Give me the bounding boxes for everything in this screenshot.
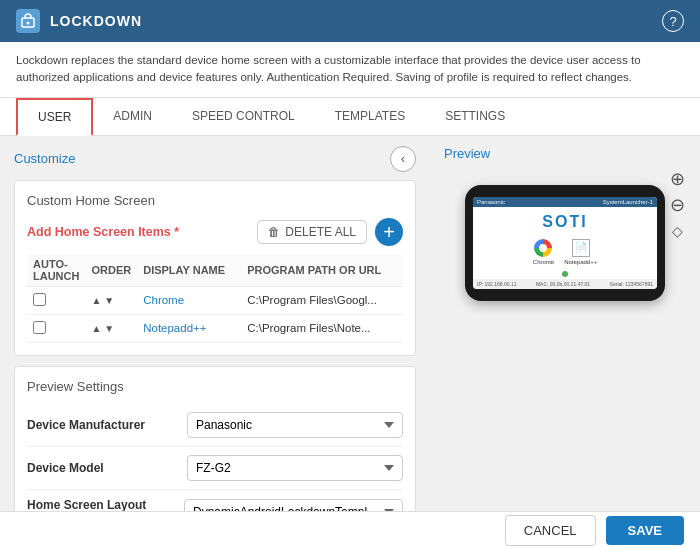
model-label: Device Model [27, 461, 187, 475]
tablet-mac: MAC: 00.0b.00.21.47.01 [536, 281, 590, 287]
settings-row-model: Device Model FZ-G2 [27, 447, 403, 490]
table-controls: Add Home Screen Items * 🗑 DELETE ALL + [27, 218, 403, 246]
footer: CANCEL SAVE [0, 511, 700, 548]
tab-templates[interactable]: TEMPLATES [315, 98, 425, 136]
custom-home-screen-card: Custom Home Screen Add Home Screen Items… [14, 180, 416, 356]
help-icon[interactable]: ? [662, 10, 684, 32]
add-items-label: Add Home Screen Items * [27, 225, 179, 239]
preview-settings-card: Preview Settings Device Manufacturer Pan… [14, 366, 416, 511]
delete-all-button[interactable]: 🗑 DELETE ALL [257, 220, 367, 244]
row-1-program-path: C:\Program Files\Googl... [241, 286, 403, 314]
soti-logo: SOTI [477, 213, 653, 231]
description-text: Lockdown replaces the standard device ho… [0, 42, 700, 98]
row-2-checkbox[interactable] [33, 321, 46, 334]
zoom-in-button[interactable]: ⊕ [666, 168, 688, 190]
tab-user[interactable]: USER [16, 98, 93, 136]
svg-point-1 [27, 22, 30, 25]
chrome-app-label: Chrome [533, 259, 554, 265]
card-title: Custom Home Screen [27, 193, 403, 208]
tablet-app-notepad: 📄 Notepadd++ [564, 239, 597, 265]
col-program-path: PROGRAM PATH OR URL [241, 254, 403, 287]
model-select[interactable]: FZ-G2 [187, 455, 403, 481]
template-label: Home Screen Layout Template [27, 498, 184, 511]
zoom-controls: ⊕ ⊖ ◇ [666, 168, 688, 242]
tablet-app-chrome: Chrome [533, 239, 554, 265]
tablet-inner: Panasonic SystemLauncher-1 SOTI Chrome [473, 197, 657, 289]
settings-row-template: Home Screen Layout Template DynamicAndro… [27, 490, 403, 511]
home-screen-table: AUTO-LAUNCH ORDER DISPLAY NAME PROGRAM P… [27, 254, 403, 343]
customize-link[interactable]: Customize [14, 151, 75, 166]
row-1-display-name: Chrome [137, 286, 241, 314]
main-content: Customize ‹ Custom Home Screen Add Home … [0, 136, 700, 511]
tab-bar: USER ADMIN SPEED CONTROL TEMPLATES SETTI… [0, 98, 700, 136]
settings-row-manufacturer: Device Manufacturer Panasonic [27, 404, 403, 447]
tablet-serial: Serial: 1234567891 [610, 281, 653, 287]
table-row: ▲ ▼ Chrome C:\Program Files\Googl... [27, 286, 403, 314]
app-title: LOCKDOWN [50, 13, 142, 29]
col-display-name: DISPLAY NAME [137, 254, 241, 287]
row-1-order-arrows[interactable]: ▲ ▼ [91, 295, 131, 306]
tab-admin[interactable]: ADMIN [93, 98, 172, 136]
header-left: LOCKDOWN [16, 9, 142, 33]
left-panel: Customize ‹ Custom Home Screen Add Home … [0, 136, 430, 511]
tablet-brand: Panasonic [477, 199, 505, 205]
tablet-apps: Chrome 📄 Notepadd++ [473, 235, 657, 269]
panel-header: Customize ‹ [14, 146, 416, 172]
tablet-soti-section: SOTI [473, 207, 657, 235]
col-auto-launch: AUTO-LAUNCH [27, 254, 85, 287]
tab-speed-control[interactable]: SPEED CONTROL [172, 98, 315, 136]
add-item-button[interactable]: + [375, 218, 403, 246]
notepad-app-label: Notepadd++ [564, 259, 597, 265]
tablet-footer: IP: 192.168.00.11 MAC: 00.0b.00.21.47.01… [473, 279, 657, 289]
row-2-display-name: Notepadd++ [137, 314, 241, 342]
preview-label: Preview [444, 146, 490, 161]
chrome-icon [534, 239, 552, 257]
row-2-program-path: C:\Program Files\Note... [241, 314, 403, 342]
chrome-inner-circle [539, 244, 547, 252]
row-1-checkbox[interactable] [33, 293, 46, 306]
right-panel: Preview ⊕ ⊖ ◇ Panasonic SystemLauncher-1… [430, 136, 700, 511]
preview-settings-title: Preview Settings [27, 379, 403, 394]
cancel-button[interactable]: CANCEL [505, 515, 596, 546]
tablet-topbar-right: SystemLauncher-1 [603, 199, 653, 205]
tablet-ip: IP: 192.168.00.11 [477, 281, 516, 287]
table-action-buttons: 🗑 DELETE ALL + [257, 218, 403, 246]
tablet-topbar: Panasonic SystemLauncher-1 [473, 197, 657, 207]
manufacturer-select[interactable]: Panasonic [187, 412, 403, 438]
app-header: LOCKDOWN ? [0, 0, 700, 42]
table-row: ▲ ▼ Notepadd++ C:\Program Files\Note... [27, 314, 403, 342]
template-select[interactable]: DynamicAndroidLockdownTempl... [184, 499, 403, 511]
pointer-icon[interactable]: ◇ [666, 220, 688, 242]
col-order: ORDER [85, 254, 137, 287]
trash-icon: 🗑 [268, 225, 280, 239]
app-logo-icon [16, 9, 40, 33]
zoom-out-button[interactable]: ⊖ [666, 194, 688, 216]
tablet-dot [562, 271, 568, 277]
manufacturer-label: Device Manufacturer [27, 418, 187, 432]
save-button[interactable]: SAVE [606, 516, 684, 545]
tab-settings[interactable]: SETTINGS [425, 98, 525, 136]
tablet-screen: Panasonic SystemLauncher-1 SOTI Chrome [473, 197, 657, 289]
notepad-icon: 📄 [572, 239, 590, 257]
tablet-mockup: Panasonic SystemLauncher-1 SOTI Chrome [465, 185, 665, 301]
nav-back-arrow[interactable]: ‹ [390, 146, 416, 172]
row-2-order-arrows[interactable]: ▲ ▼ [91, 323, 131, 334]
